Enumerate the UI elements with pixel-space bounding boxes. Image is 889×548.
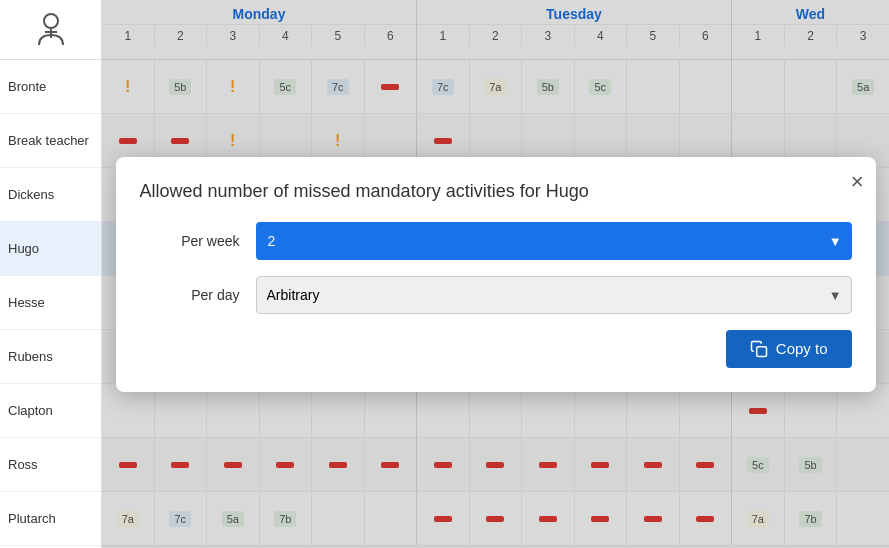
sidebar-logo <box>0 0 101 60</box>
sidebar: Bronte Break teacher Dickens Hugo Hesse … <box>0 0 102 548</box>
per-week-select[interactable]: 1 2 3 4 5 <box>256 222 852 260</box>
sidebar-item-ross[interactable]: Ross <box>0 438 101 492</box>
per-week-select-wrapper: 1 2 3 4 5 ▼ <box>256 222 852 260</box>
sidebar-item-rubens[interactable]: Rubens <box>0 330 101 384</box>
per-day-select[interactable]: Arbitrary 0 1 2 3 <box>256 276 852 314</box>
copy-to-label: Copy to <box>776 340 828 357</box>
copy-to-button[interactable]: Copy to <box>726 330 852 368</box>
modal-dialog: × Allowed number of missed mandatory act… <box>116 157 876 392</box>
grid-area: Monday 1 2 3 4 5 6 Tuesday 1 2 3 4 5 <box>102 0 889 548</box>
per-week-row: Per week 1 2 3 4 5 ▼ <box>140 222 852 260</box>
sidebar-item-hugo[interactable]: Hugo <box>0 222 101 276</box>
svg-point-0 <box>44 14 58 28</box>
svg-rect-3 <box>757 346 767 356</box>
modal-overlay: × Allowed number of missed mandatory act… <box>102 0 889 548</box>
per-day-row: Per day Arbitrary 0 1 2 3 ▼ <box>140 276 852 314</box>
sidebar-item-break-teacher[interactable]: Break teacher <box>0 114 101 168</box>
sidebar-item-hesse[interactable]: Hesse <box>0 276 101 330</box>
modal-title: Allowed number of missed mandatory activ… <box>140 181 852 202</box>
modal-close-button[interactable]: × <box>851 169 864 195</box>
sidebar-item-bronte[interactable]: Bronte <box>0 60 101 114</box>
main-container: Bronte Break teacher Dickens Hugo Hesse … <box>0 0 889 548</box>
sidebar-item-clapton[interactable]: Clapton <box>0 384 101 438</box>
per-day-label: Per day <box>140 287 240 303</box>
copy-icon <box>750 340 768 358</box>
per-day-select-wrapper: Arbitrary 0 1 2 3 ▼ <box>256 276 852 314</box>
teacher-icon <box>31 10 71 50</box>
per-week-label: Per week <box>140 233 240 249</box>
sidebar-item-dickens[interactable]: Dickens <box>0 168 101 222</box>
modal-footer: Copy to <box>140 330 852 368</box>
sidebar-item-plutarch[interactable]: Plutarch <box>0 492 101 546</box>
